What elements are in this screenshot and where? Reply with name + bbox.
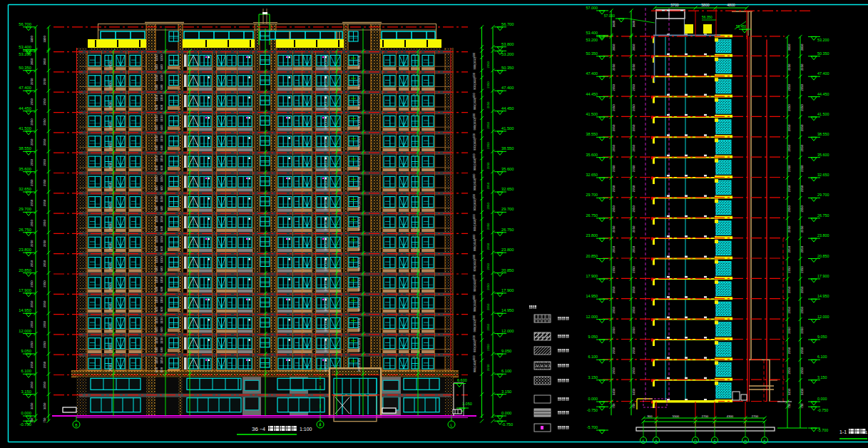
svg-text:2950: 2950 [800,367,804,375]
svg-text:600: 600 [155,225,158,231]
svg-text:2950: 2950 [43,138,46,146]
svg-text:2950: 2950 [787,245,791,253]
svg-text:38.550: 38.550 [501,146,514,151]
svg-text:32.650: 32.650 [817,173,829,177]
svg-text:2950: 2950 [43,320,46,327]
svg-text:600: 600 [472,153,476,158]
svg-text:2950: 2950 [30,118,34,126]
svg-text:900(1150): 900(1150) [357,75,361,88]
svg-text:3150: 3150 [787,388,791,395]
svg-text:2950: 2950 [43,220,46,227]
svg-text:600: 600 [155,306,158,312]
svg-text:900(1150): 900(1150) [357,237,361,250]
svg-text:44.450: 44.450 [817,92,829,96]
svg-text:2950: 2950 [108,142,112,149]
svg-text:1150: 1150 [160,256,163,263]
svg-text:41.500: 41.500 [501,126,514,131]
svg-text:900(1650): 900(1650) [474,56,476,69]
svg-text:1:100: 1:100 [300,427,312,432]
svg-text:6.100: 6.100 [501,369,511,373]
svg-text:17.900: 17.900 [501,288,514,292]
svg-text:2950: 2950 [632,327,635,334]
svg-text:35.600: 35.600 [19,167,31,171]
svg-text:2950: 2950 [43,199,46,206]
svg-text:2950: 2950 [612,286,616,293]
svg-text:-0.750: -0.750 [501,422,513,427]
svg-text:23.800: 23.800 [586,233,598,238]
svg-text:56.700: 56.700 [501,22,514,26]
svg-text:600: 600 [160,104,163,110]
svg-text:900(1150): 900(1150) [357,96,361,109]
svg-text:2950: 2950 [800,225,804,233]
svg-text:600: 600 [155,327,158,332]
svg-text:2950: 2950 [612,63,616,71]
svg-text:47.400: 47.400 [817,71,829,76]
svg-text:5500: 5500 [673,414,680,418]
svg-text:2950: 2950 [43,159,46,166]
svg-text:1150: 1150 [160,357,163,364]
svg-text:750: 750 [800,403,804,409]
svg-text:57.000: 57.000 [586,6,598,10]
svg-text:2950: 2950 [108,303,112,310]
svg-text:53.200: 53.200 [501,52,514,56]
svg-text:2950: 2950 [787,306,791,313]
svg-text:900(1650): 900(1650) [474,77,476,90]
svg-text:900(1150): 900(1150) [357,156,361,170]
svg-text:2950: 2950 [632,225,635,233]
svg-text:900(1150): 900(1150) [324,136,327,149]
svg-text:K: K [763,439,765,443]
svg-text:900(1650): 900(1650) [474,117,476,130]
svg-text:50.350: 50.350 [817,51,829,56]
svg-text:2950: 2950 [800,145,804,152]
svg-text:900(1150): 900(1150) [357,317,361,331]
svg-text:600: 600 [155,286,158,292]
svg-text:-0.750: -0.750 [587,408,598,412]
svg-text:900(1150): 900(1150) [324,75,327,88]
svg-text:32.650: 32.650 [19,187,31,191]
svg-text:2950: 2950 [486,203,490,210]
svg-text:9.050: 9.050 [501,349,511,353]
svg-text:38.550: 38.550 [586,132,598,136]
svg-text:600: 600 [472,52,476,57]
svg-text:2950: 2950 [108,81,112,88]
svg-text:2950: 2950 [612,225,616,233]
svg-text:2950: 2950 [787,225,791,233]
svg-text:29.700: 29.700 [817,193,829,197]
svg-text:2950: 2950 [787,327,791,334]
svg-text:900(1150): 900(1150) [357,257,361,270]
svg-text:2950: 2950 [486,182,490,189]
svg-text:2950: 2950 [632,83,635,91]
svg-text:2950: 2950 [486,101,490,108]
svg-text:20.850: 20.850 [19,268,31,273]
svg-text:2950: 2950 [787,367,791,375]
svg-text:900(1150): 900(1150) [324,55,327,68]
svg-text:53.200: 53.200 [19,52,31,56]
svg-text:900(1150): 900(1150) [357,176,361,190]
svg-text:2950: 2950 [30,159,34,166]
svg-text:50.350: 50.350 [19,66,31,70]
svg-text:41.500: 41.500 [586,112,598,116]
svg-text:17.900: 17.900 [586,274,598,278]
svg-text:600: 600 [160,84,163,90]
svg-text:1150: 1150 [155,74,158,81]
svg-text:2950: 2950 [800,104,804,111]
svg-text:750: 750 [30,417,34,423]
svg-text:1150: 1150 [160,337,163,344]
svg-text:1150: 1150 [160,54,163,61]
svg-text:2950: 2950 [43,280,46,287]
svg-text:900(1150): 900(1150) [357,277,361,290]
svg-text:600: 600 [155,246,158,252]
svg-text:L: L [451,423,453,427]
svg-text:900(1150): 900(1150) [324,116,327,129]
svg-text:3600: 3600 [612,20,616,27]
svg-text:2950: 2950 [612,367,616,375]
svg-text:1150: 1150 [155,54,158,61]
svg-text:1150: 1150 [160,115,163,122]
svg-text:1150: 1150 [155,195,158,203]
svg-text:600: 600 [160,327,163,332]
svg-text:17.900: 17.900 [19,288,31,292]
svg-text:600: 600 [160,165,163,170]
svg-text:12.000: 12.000 [817,315,829,319]
svg-text:900(1150): 900(1150) [324,196,327,210]
svg-text:600: 600 [160,246,163,252]
